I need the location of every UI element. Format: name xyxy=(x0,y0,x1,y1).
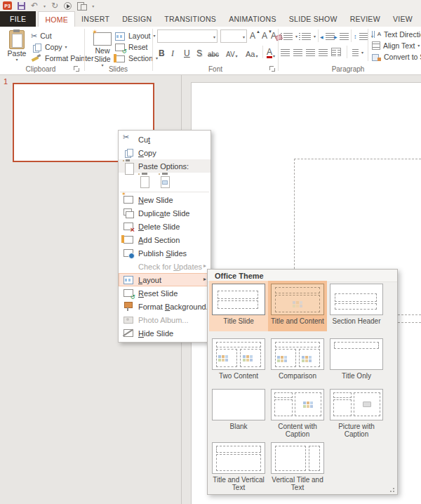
paste-keep-source-formatting-button[interactable] xyxy=(138,173,154,190)
columns-button[interactable] xyxy=(331,46,341,58)
clipboard-dialog-launcher-icon[interactable] xyxy=(74,66,80,72)
strikethrough-button[interactable]: abc xyxy=(208,46,219,58)
menu-item-hide-slide[interactable]: Hide Slide xyxy=(119,326,210,340)
redo-icon[interactable]: ↻ xyxy=(51,1,58,10)
character-spacing-icon: AV xyxy=(226,51,235,58)
underline-label: U xyxy=(184,49,190,58)
section-label: Section xyxy=(128,54,153,62)
change-case-button[interactable]: Aa ▾ xyxy=(246,46,258,58)
font-size-dropdown-icon[interactable]: ▾ xyxy=(243,35,245,39)
layout-option-title-only[interactable]: Title Only xyxy=(327,336,386,386)
increase-indent-button[interactable] xyxy=(340,31,349,42)
start-from-beginning-icon[interactable] xyxy=(64,2,72,10)
layout-option-vertical-title-and-text[interactable]: Vertical Title and Text xyxy=(268,439,327,494)
align-text-button[interactable]: Align Text ▾ xyxy=(372,40,420,51)
menu-item-add-section[interactable]: Add Section xyxy=(119,233,210,246)
thumb-content-box xyxy=(240,349,261,367)
tab-design[interactable]: DESIGN xyxy=(116,11,158,27)
reset-button[interactable]: Reset xyxy=(114,41,147,53)
customize-qat-icon[interactable]: ▾ xyxy=(92,4,94,8)
text-direction-button[interactable]: Text Direction xyxy=(372,29,421,40)
font-color-button[interactable]: A ▾ xyxy=(267,46,275,58)
menu-item-duplicate-slide[interactable]: Duplicate Slide xyxy=(119,206,210,220)
convert-to-smartart-button[interactable]: Convert to Sm xyxy=(372,51,421,62)
bold-label: B xyxy=(159,49,165,58)
clear-formatting-button[interactable]: A xyxy=(271,30,276,41)
layout-option-content-with-caption[interactable]: Content with Caption xyxy=(268,386,327,445)
layout-option-title-slide[interactable]: Title Slide xyxy=(209,281,268,331)
save-icon[interactable] xyxy=(18,2,25,10)
new-slide-label: New Slide xyxy=(90,46,115,63)
new-slide-button[interactable]: New Slide ▾ xyxy=(88,29,116,69)
menu-item-reset-slide[interactable]: Reset Slide xyxy=(119,286,210,300)
align-text-dropdown-icon[interactable]: ▾ xyxy=(417,44,420,48)
section-dropdown-icon[interactable]: ▾ xyxy=(156,56,158,60)
tab-home[interactable]: HOME xyxy=(38,11,75,27)
paste-button[interactable]: Paste ▾ xyxy=(3,29,31,69)
gallery-resize-grip[interactable] xyxy=(389,486,394,492)
layout-option-blank[interactable]: Blank xyxy=(209,386,268,445)
font-color-dropdown-icon[interactable]: ▾ xyxy=(273,54,275,58)
menu-item-cut[interactable]: ✂ Cut xyxy=(119,133,210,146)
font-dialog-launcher-icon[interactable] xyxy=(269,66,276,72)
menu-item-delete-slide[interactable]: Delete Slide xyxy=(119,220,210,233)
font-name-dropdown-icon[interactable]: ▾ xyxy=(213,35,215,39)
menu-item-copy[interactable]: Copy xyxy=(119,146,210,159)
content-icons xyxy=(243,355,246,358)
italic-button[interactable]: I xyxy=(171,46,174,58)
align-right-button[interactable] xyxy=(306,47,315,58)
shrink-font-button[interactable]: A xyxy=(262,30,267,41)
tab-slide-show[interactable]: SLIDE SHOW xyxy=(283,11,344,27)
tab-insert[interactable]: INSERT xyxy=(75,11,116,27)
bullets-button[interactable]: ▾ xyxy=(283,31,298,42)
tab-view[interactable]: VIEW xyxy=(387,11,419,27)
copy-dropdown-icon[interactable]: ▾ xyxy=(65,45,67,49)
align-center-button[interactable] xyxy=(293,47,302,58)
tab-file[interactable]: FILE xyxy=(0,11,36,27)
bold-button[interactable]: B xyxy=(159,46,165,58)
layout-option-title-and-vertical-text[interactable]: Title and Vertical Text xyxy=(209,439,268,494)
layout-option-section-header[interactable]: Section Header xyxy=(327,281,386,331)
text-shadow-button[interactable]: S xyxy=(196,46,202,58)
layout-dropdown-icon[interactable]: ▾ xyxy=(154,34,156,38)
layout-button[interactable]: Layout ▾ xyxy=(114,30,156,41)
layout-thumbnail xyxy=(330,284,383,315)
bullets-dropdown-icon[interactable]: ▾ xyxy=(295,34,298,39)
line-spacing-button[interactable]: ▾ xyxy=(359,31,373,42)
section-button[interactable]: Section ▾ xyxy=(114,53,158,64)
copy-button[interactable]: Copy ▾ xyxy=(31,41,67,53)
paste-dropdown-icon[interactable]: ▾ xyxy=(15,58,18,62)
paste-as-picture-button[interactable] xyxy=(159,173,174,190)
justify-button[interactable] xyxy=(319,47,328,58)
tab-review[interactable]: REVIEW xyxy=(344,11,387,27)
numbering-dropdown-icon[interactable]: ▾ xyxy=(314,34,316,39)
cut-button[interactable]: ✂ Cut xyxy=(31,30,52,41)
thumb-content-box xyxy=(295,392,321,416)
character-spacing-dropdown-icon[interactable]: ▾ xyxy=(236,54,238,58)
touch-mouse-mode-icon[interactable] xyxy=(77,2,86,10)
font-name-combo[interactable]: ▾ xyxy=(157,29,218,43)
layout-option-title-and-content[interactable]: Title and Content xyxy=(268,281,327,331)
layout-option-picture-with-caption[interactable]: Picture with Caption xyxy=(327,386,386,445)
columns-dropdown-icon[interactable]: ▾ xyxy=(361,51,363,55)
layout-option-two-content[interactable]: Two Content xyxy=(209,336,268,386)
grow-font-button[interactable]: A xyxy=(250,30,255,41)
tab-transitions[interactable]: TRANSITIONS xyxy=(158,11,222,27)
numbering-icon xyxy=(302,33,311,41)
duplicate-slide-icon xyxy=(123,207,134,218)
add-remove-columns-button[interactable]: ▾ xyxy=(352,47,363,58)
menu-item-new-slide[interactable]: New Slide xyxy=(119,193,210,206)
align-left-button[interactable] xyxy=(281,47,290,58)
numbering-button[interactable]: ▾ xyxy=(302,31,316,42)
menu-item-publish-slides[interactable]: Publish Slides xyxy=(119,246,210,260)
menu-item-format-background[interactable]: Format Background... xyxy=(119,300,210,313)
character-spacing-button[interactable]: AV ▾ xyxy=(226,46,238,58)
undo-icon[interactable]: ↶ xyxy=(31,1,38,10)
layout-option-comparison[interactable]: Comparison xyxy=(268,336,327,386)
tab-animations[interactable]: ANIMATIONS xyxy=(222,11,283,27)
underline-button[interactable]: U xyxy=(184,46,190,58)
font-size-combo[interactable]: ▾ xyxy=(220,29,247,43)
menu-item-layout[interactable]: Layout ▸ xyxy=(119,273,210,286)
change-case-dropdown-icon[interactable]: ▾ xyxy=(255,54,258,58)
undo-dropdown-icon[interactable]: ▾ xyxy=(44,4,46,8)
